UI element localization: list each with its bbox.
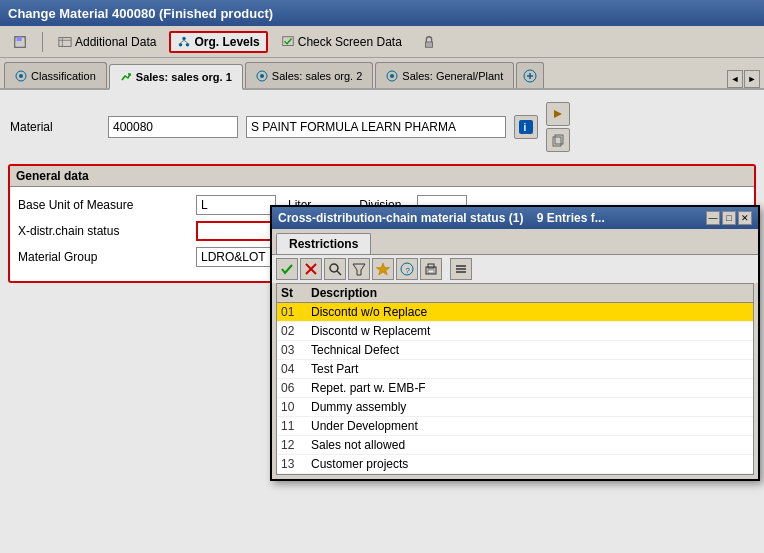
- row-st-value: 02: [281, 324, 311, 338]
- popup-filter-button[interactable]: [348, 258, 370, 280]
- save-button[interactable]: [6, 32, 34, 52]
- tab-sales-org1-label: Sales: sales org. 1: [136, 71, 232, 83]
- row-st-value: 11: [281, 419, 311, 433]
- svg-rect-37: [428, 270, 434, 273]
- row-desc-value: Discontd w/o Replace: [311, 305, 749, 319]
- popup-print-icon: [424, 262, 438, 276]
- table-row[interactable]: 06 Repet. part w. EMB-F: [277, 379, 753, 398]
- table-row[interactable]: 13 Customer projects: [277, 455, 753, 474]
- popup-settings-button[interactable]: [450, 258, 472, 280]
- row-st-value: 01: [281, 305, 311, 319]
- svg-text:?: ?: [406, 266, 411, 275]
- popup-close-button[interactable]: ✕: [738, 211, 752, 225]
- sales-org1-tab-icon: [120, 71, 132, 83]
- row-st-value: 12: [281, 438, 311, 452]
- tab-bar: Classification Sales: sales org. 1 Sales…: [0, 58, 764, 90]
- popup-table-header: St Description: [277, 284, 753, 303]
- row-desc-value: Repet. part w. EMB-F: [311, 381, 749, 395]
- popup-maximize-button[interactable]: □: [722, 211, 736, 225]
- svg-point-6: [183, 36, 187, 40]
- xdistr-input[interactable]: [196, 221, 276, 241]
- tab-sales-org-2[interactable]: Sales: sales org. 2: [245, 62, 374, 88]
- tab-sales-org2-label: Sales: sales org. 2: [272, 70, 363, 82]
- popup-tab-restrictions[interactable]: Restrictions: [276, 233, 371, 254]
- tab-icon-extra[interactable]: [516, 62, 544, 88]
- popup-star-button[interactable]: [372, 258, 394, 280]
- lock-button[interactable]: [415, 32, 443, 52]
- table-row[interactable]: 03 Technical Defect: [277, 341, 753, 360]
- general-data-header: General data: [10, 166, 754, 187]
- xdistr-label: X-distr.chain status: [18, 224, 188, 238]
- svg-point-14: [19, 74, 23, 78]
- svg-point-18: [390, 74, 394, 78]
- material-info-button[interactable]: i: [514, 115, 538, 139]
- table-row[interactable]: 01 Discontd w/o Replace: [277, 303, 753, 322]
- material-row: Material i: [8, 98, 756, 156]
- tab-classification-label: Classification: [31, 70, 96, 82]
- org-levels-label: Org. Levels: [194, 35, 259, 49]
- sales-general-tab-icon: [386, 70, 398, 82]
- svg-rect-11: [283, 36, 294, 45]
- popup-toolbar: ?: [272, 254, 758, 283]
- material-number-input[interactable]: [108, 116, 238, 138]
- tab-sales-org-1[interactable]: Sales: sales org. 1: [109, 64, 243, 90]
- svg-rect-26: [555, 135, 563, 144]
- additional-data-button[interactable]: Additional Data: [51, 32, 163, 52]
- info-icon: i: [518, 119, 534, 135]
- svg-point-29: [330, 264, 338, 272]
- main-toolbar: Additional Data Org. Levels Check Screen…: [0, 26, 764, 58]
- row-desc-value: Test Part: [311, 362, 749, 376]
- svg-point-7: [179, 42, 183, 46]
- svg-marker-24: [554, 110, 562, 118]
- table-row[interactable]: 12 Sales not allowed: [277, 436, 753, 455]
- row-st-value: 13: [281, 457, 311, 471]
- svg-rect-2: [16, 42, 25, 46]
- material-group-input[interactable]: [196, 247, 276, 267]
- popup-titlebar: Cross-distribution-chain material status…: [272, 207, 758, 229]
- tab-next-button[interactable]: ►: [744, 70, 760, 88]
- popup-search-button[interactable]: [324, 258, 346, 280]
- svg-rect-1: [17, 36, 22, 40]
- popup-cancel-icon: [304, 262, 318, 276]
- window-title-text: Change Material 400080 (Finished product…: [8, 6, 273, 21]
- tab-classification[interactable]: Classification: [4, 62, 107, 88]
- table-row[interactable]: 04 Test Part: [277, 360, 753, 379]
- table-row[interactable]: 02 Discontd w Replacemt: [277, 322, 753, 341]
- extra-tab-icon: [523, 69, 537, 83]
- popup-search-icon: [328, 262, 342, 276]
- arrow-icon: [551, 107, 565, 121]
- row-st-value: 10: [281, 400, 311, 414]
- tab-sales-general[interactable]: Sales: General/Plant: [375, 62, 514, 88]
- popup-print-button[interactable]: [420, 258, 442, 280]
- svg-line-9: [181, 40, 185, 43]
- popup-cancel-button[interactable]: [300, 258, 322, 280]
- svg-text:i: i: [524, 122, 527, 133]
- table-row[interactable]: 10 Dummy assembly: [277, 398, 753, 417]
- check-screen-data-icon: [281, 35, 295, 49]
- svg-rect-3: [59, 37, 71, 46]
- toolbar-divider-1: [42, 32, 43, 52]
- popup-info-icon: ?: [400, 262, 414, 276]
- tab-sales-general-label: Sales: General/Plant: [402, 70, 503, 82]
- material-arrow-button[interactable]: [546, 102, 570, 126]
- popup-minimize-button[interactable]: —: [706, 211, 720, 225]
- popup-tab-bar: Restrictions: [272, 229, 758, 254]
- base-uom-input[interactable]: [196, 195, 276, 215]
- svg-rect-36: [428, 264, 434, 268]
- table-row[interactable]: 11 Under Development: [277, 417, 753, 436]
- material-description-input[interactable]: [246, 116, 506, 138]
- svg-line-10: [184, 40, 188, 43]
- popup-dialog: Cross-distribution-chain material status…: [270, 205, 760, 481]
- material-copy-button[interactable]: [546, 128, 570, 152]
- row-st-value: 06: [281, 381, 311, 395]
- popup-col-desc-header: Description: [311, 286, 749, 300]
- popup-info-button[interactable]: ?: [396, 258, 418, 280]
- tab-prev-button[interactable]: ◄: [727, 70, 743, 88]
- material-label: Material: [10, 120, 100, 134]
- popup-star-icon: [376, 262, 390, 276]
- org-levels-button[interactable]: Org. Levels: [169, 31, 267, 53]
- popup-check-icon: [280, 262, 294, 276]
- popup-check-button[interactable]: [276, 258, 298, 280]
- row-desc-value: Customer projects: [311, 457, 749, 471]
- check-screen-data-button[interactable]: Check Screen Data: [274, 32, 409, 52]
